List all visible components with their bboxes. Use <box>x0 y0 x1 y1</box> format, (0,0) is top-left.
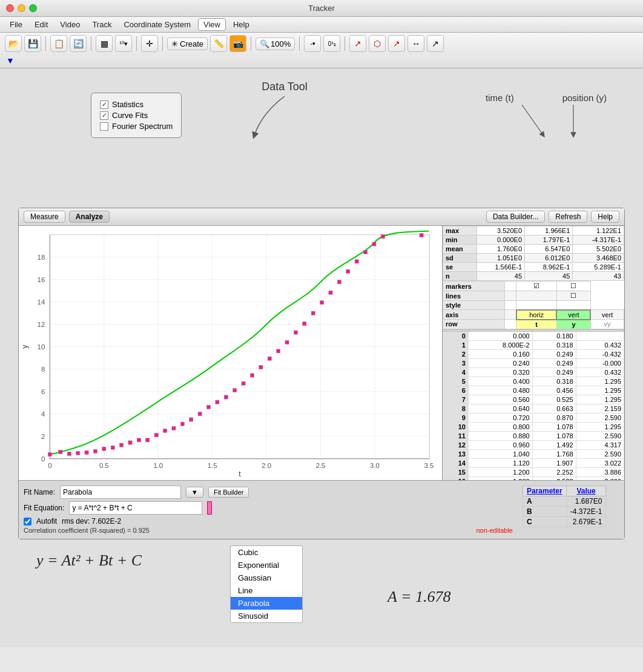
autofit-checkbox[interactable] <box>24 518 31 525</box>
fit-type-dropdown[interactable]: Cubic Exponential Gaussian Line Parabola… <box>230 545 303 623</box>
svg-rect-56 <box>198 412 202 416</box>
arrow2-button[interactable]: ⬡ <box>369 35 386 52</box>
data-table-wrap[interactable]: 0 0.000 0.180 1 8.000E-2 0.318 0.432 2 0… <box>443 329 624 481</box>
menu-coordinate-system[interactable]: Coordinate System <box>119 19 196 30</box>
statistics-checkbox[interactable]: ✓ <box>100 100 108 109</box>
svg-rect-72 <box>337 280 341 284</box>
table-row: 11 0.880 1.078 2.590 <box>443 431 624 440</box>
data-builder-button[interactable]: Data Builder... <box>486 211 545 223</box>
search-icon: 🔍 <box>260 39 269 48</box>
svg-text:3.0: 3.0 <box>370 462 380 469</box>
dropdown-line[interactable]: Line <box>231 584 302 597</box>
rms-label: rms dev: 7.602E-2 <box>62 517 121 525</box>
menu-track[interactable]: Track <box>87 19 116 30</box>
svg-rect-74 <box>355 260 358 263</box>
svg-rect-73 <box>346 269 350 273</box>
dropdown-arrow[interactable]: ▼ <box>6 56 638 65</box>
crosshair-button[interactable]: ✛ <box>141 35 158 52</box>
analyze-button[interactable]: Analyze <box>69 211 110 223</box>
tape-button[interactable]: 📏 <box>210 35 227 52</box>
stats-table: max 3.520E0 1.966E1 1.122E1 min 0.000E0 … <box>443 226 624 281</box>
a-value-display: A = 1.678 <box>387 588 450 606</box>
table-row: 4 0.320 0.249 0.432 <box>443 367 624 377</box>
arrow3-button[interactable]: ↗ <box>388 35 405 52</box>
param-header-parameter: Parameter <box>523 486 567 496</box>
svg-rect-59 <box>224 395 228 399</box>
dropdown-gaussian[interactable]: Gaussian <box>231 572 302 584</box>
toolbar-separator-7 <box>345 36 345 51</box>
color-indicator <box>207 501 212 515</box>
graph-panel: 0 2 4 6 8 10 12 14 16 18 0 0.5 1.0 1.5 2… <box>19 226 443 480</box>
svg-text:2.0: 2.0 <box>262 462 271 469</box>
help-button[interactable]: Help <box>591 211 619 223</box>
svg-text:0: 0 <box>48 462 51 469</box>
menu-edit[interactable]: Edit <box>30 19 53 30</box>
fit-equation-input[interactable] <box>69 501 202 515</box>
axis-vert-cell[interactable]: vert <box>556 310 590 320</box>
extra-rows-table: markers ☑ ☐ lines ☐ style <box>443 281 624 329</box>
graph-svg: 0 2 4 6 8 10 12 14 16 18 0 0.5 1.0 1.5 2… <box>19 226 442 480</box>
dropdown-sinusoid[interactable]: Sinusoid <box>231 610 302 622</box>
create-button[interactable]: ✳ Create <box>167 38 208 50</box>
fit-name-label: Fit Name: <box>24 488 55 496</box>
svg-rect-39 <box>48 452 51 456</box>
svg-text:3.5: 3.5 <box>424 462 434 469</box>
close-button[interactable] <box>6 4 14 12</box>
svg-text:4: 4 <box>41 410 45 418</box>
open-button[interactable]: 📂 <box>5 35 22 52</box>
correlation-row: Correlation coefficient (R-squared) = 0.… <box>24 525 513 535</box>
import-button[interactable]: 📋 <box>50 35 67 52</box>
arrow1-button[interactable]: ↗ <box>349 35 366 52</box>
stats-row: se 1.566E-1 8.962E-1 5.289E-1 <box>443 263 624 272</box>
save-button[interactable]: 💾 <box>24 35 41 52</box>
fit-name-input[interactable] <box>60 486 181 499</box>
param-table: Parameter Value A1.687E0B-4.372E-1C2.679… <box>523 486 606 527</box>
stats-row: min 0.000E0 1.797E-1 -4.317E-1 <box>443 236 624 245</box>
fourier-spectrum-checkbox[interactable] <box>100 122 108 131</box>
non-editable-label: non-editable <box>476 527 513 534</box>
data-tool-arrow <box>248 93 321 142</box>
toolbar-separator-6 <box>299 36 300 51</box>
axis-horiz-cell[interactable]: horiz <box>516 310 557 320</box>
svg-rect-76 <box>372 242 376 246</box>
num-button[interactable]: 0¹₂ <box>323 35 340 52</box>
main-area: Data Tool ✓ Statistics ✓ Curve Fits <box>0 68 643 647</box>
arrow5-button[interactable]: ↗ <box>427 35 444 52</box>
refresh-data-button[interactable]: Refresh <box>549 211 587 223</box>
menu-file[interactable]: File <box>5 19 27 30</box>
svg-text:2.5: 2.5 <box>316 462 326 469</box>
fit-builder-button[interactable]: Fit Builder <box>208 487 249 498</box>
dropdown-parabola[interactable]: Parabola <box>231 597 302 610</box>
zoom-control[interactable]: 🔍 100% <box>256 38 295 50</box>
menu-help[interactable]: Help <box>228 19 254 30</box>
row-t-cell[interactable]: t <box>516 320 557 329</box>
curve-fits-label: Curve Fits <box>112 111 148 120</box>
menu-view[interactable]: View <box>198 18 226 31</box>
svg-rect-52 <box>163 429 167 432</box>
camera-button[interactable]: 📷 <box>229 35 246 52</box>
dropdown-exponential[interactable]: Exponential <box>231 559 302 572</box>
fit-dropdown-btn[interactable]: ▼ <box>186 487 203 498</box>
table-row: 10 0.800 1.078 1.295 <box>443 422 624 431</box>
menu-bar: File Edit Video Track Coordinate System … <box>0 17 643 33</box>
svg-rect-68 <box>303 322 306 326</box>
svg-rect-65 <box>277 349 280 353</box>
svg-rect-55 <box>190 418 193 421</box>
svg-text:18: 18 <box>38 254 45 261</box>
dots-button[interactable]: ·• <box>304 35 321 52</box>
refresh-button[interactable]: 🔄 <box>70 35 87 52</box>
curve-fits-checkbox[interactable]: ✓ <box>100 111 108 120</box>
menu-video[interactable]: Video <box>55 19 85 30</box>
row-y-cell[interactable]: y <box>556 320 590 329</box>
number-button[interactable]: ¹⁰▾ <box>115 35 132 52</box>
zoom-label: 100% <box>271 39 291 48</box>
grid-button[interactable]: ▦ <box>96 35 113 52</box>
statistics-label: Statistics <box>112 100 143 109</box>
create-label: Create <box>180 39 203 48</box>
minimize-button[interactable] <box>18 4 25 12</box>
arrow4-button[interactable]: ↔ <box>407 35 424 52</box>
measure-button[interactable]: Measure <box>24 211 65 223</box>
svg-rect-54 <box>180 422 184 426</box>
maximize-button[interactable] <box>29 4 37 12</box>
dropdown-cubic[interactable]: Cubic <box>231 546 302 559</box>
